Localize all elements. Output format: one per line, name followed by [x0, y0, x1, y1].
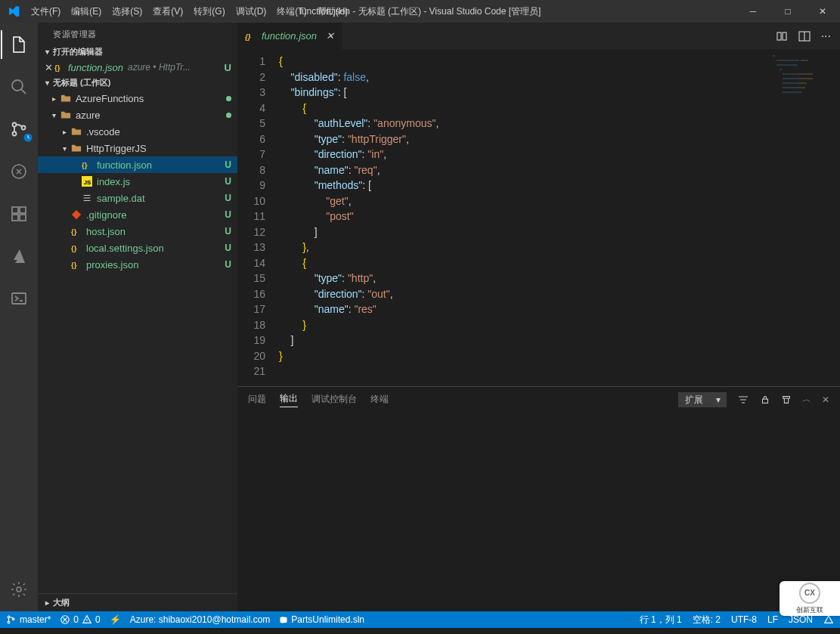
debug-icon[interactable]: [1, 157, 37, 186]
settings-gear-icon[interactable]: [1, 575, 37, 604]
dat-icon: [80, 193, 94, 203]
folder-item[interactable]: ▸.vscode: [38, 123, 237, 140]
svg-text:{}: {}: [71, 227, 77, 236]
svg-rect-20: [777, 32, 781, 40]
svg-point-2: [13, 132, 17, 136]
azure-functions-status[interactable]: ⚡: [110, 614, 121, 625]
panel-tab[interactable]: 调试控制台: [312, 393, 357, 406]
tree-label: sample.dat: [97, 193, 145, 204]
azure-account-status[interactable]: Azure: shibaoxi2010@hotmail.com: [130, 614, 271, 625]
tab-label: function.json: [262, 30, 317, 42]
folder-item[interactable]: ▸AzureFunctions: [38, 90, 237, 107]
feedback-icon[interactable]: [823, 614, 834, 625]
tree-label: proxies.json: [86, 259, 138, 271]
file-item[interactable]: {}proxies.jsonU: [38, 256, 237, 273]
svg-rect-30: [783, 87, 799, 88]
tree-label: AzureFunctions: [76, 93, 144, 104]
open-editors-section[interactable]: ▾打开的编辑器: [38, 45, 237, 59]
file-item[interactable]: JSindex.jsU: [38, 173, 237, 190]
problems-status[interactable]: 0 0: [60, 614, 100, 625]
powershell-icon[interactable]: [1, 284, 37, 313]
clear-icon[interactable]: [781, 394, 792, 405]
svg-text:{}: {}: [245, 32, 251, 40]
close-button[interactable]: ✕: [805, 0, 840, 23]
cursor-position-status[interactable]: 行 1，列 1: [640, 614, 682, 626]
source-control-icon[interactable]: [1, 115, 37, 144]
split-editor-icon[interactable]: [798, 30, 811, 42]
menu-item[interactable]: 转到(G): [189, 5, 229, 18]
svg-rect-23: [773, 55, 775, 57]
search-icon[interactable]: [1, 73, 37, 101]
compare-icon[interactable]: [776, 30, 788, 42]
open-editor-item[interactable]: ✕ {} function.json azure • HttpTr... U: [38, 59, 237, 76]
svg-text:{}: {}: [71, 261, 77, 269]
editor-scrollbar[interactable]: [829, 49, 840, 386]
menu-item[interactable]: 调试(D): [231, 5, 271, 18]
panel-tab[interactable]: 问题: [248, 393, 266, 406]
output-content[interactable]: [237, 412, 840, 611]
panel-tab[interactable]: 终端: [370, 393, 389, 406]
menu-item[interactable]: 文件(F): [26, 5, 65, 18]
git-branch-status[interactable]: master*: [6, 614, 51, 625]
folder-icon: [70, 143, 83, 153]
maximize-button[interactable]: □: [770, 0, 805, 23]
lock-icon[interactable]: [760, 394, 770, 405]
bottom-panel: 问题输出调试控制台终端 扩展 ︿ ✕: [237, 386, 840, 611]
workspace-section[interactable]: ▾无标题 (工作区): [38, 76, 237, 90]
tree-label: host.json: [86, 226, 126, 237]
folder-item[interactable]: ▾HttpTriggerJS: [38, 140, 237, 156]
close-panel-icon[interactable]: ✕: [822, 394, 829, 405]
eol-status[interactable]: LF: [767, 614, 778, 625]
extensions-icon[interactable]: [1, 199, 37, 228]
output-channel-select[interactable]: 扩展: [678, 392, 727, 407]
file-item[interactable]: sample.datU: [38, 190, 237, 206]
svg-rect-25: [776, 64, 798, 66]
tree-label: index.js: [97, 176, 130, 187]
file-item[interactable]: {}host.jsonU: [38, 223, 237, 240]
encoding-status[interactable]: UTF-8: [731, 614, 757, 625]
folder-icon: [59, 93, 73, 104]
svg-text:{}: {}: [71, 244, 77, 252]
svg-point-0: [12, 80, 23, 91]
svg-rect-9: [20, 207, 26, 213]
close-icon[interactable]: ✕: [326, 30, 334, 42]
vscode-logo-icon: [0, 5, 26, 17]
solution-status[interactable]: PartsUnlimited.sln: [279, 614, 364, 625]
git-icon: [70, 209, 83, 220]
svg-point-11: [17, 587, 21, 592]
code-editor[interactable]: 123456789101112131415161718192021 { "dis…: [237, 49, 840, 386]
file-item[interactable]: {}function.jsonU: [38, 156, 237, 173]
azure-icon[interactable]: [1, 242, 37, 271]
file-item[interactable]: .gitignoreU: [38, 206, 237, 223]
sidebar-title: 资源管理器: [38, 23, 237, 45]
tree-label: function.json: [97, 159, 152, 171]
menu-item[interactable]: 选择(S): [107, 5, 147, 18]
line-numbers: 123456789101112131415161718192021: [237, 49, 279, 386]
filter-icon[interactable]: [737, 394, 749, 406]
svg-rect-33: [799, 73, 813, 75]
json-file-icon: {}: [245, 31, 257, 42]
status-bar: master* 0 0 ⚡ Azure: shibaoxi2010@hotmai…: [0, 611, 840, 628]
indentation-status[interactable]: 空格: 2: [693, 614, 721, 626]
menu-item[interactable]: 查看(V): [148, 5, 188, 18]
code-content[interactable]: { "disabled": false, "bindings": [ { "au…: [279, 49, 840, 386]
minimize-button[interactable]: ─: [736, 0, 770, 23]
file-item[interactable]: {}local.settings.jsonU: [38, 240, 237, 256]
more-icon[interactable]: ···: [821, 29, 831, 43]
svg-text:JS: JS: [84, 179, 91, 186]
language-status[interactable]: JSON: [789, 614, 813, 625]
tree-label: azure: [76, 110, 101, 121]
editor-area: {} function.json ✕ ··· 12345678910111213…: [237, 23, 840, 611]
collapse-panel-icon[interactable]: ︿: [802, 393, 811, 406]
close-icon[interactable]: ✕: [42, 62, 54, 73]
menu-item[interactable]: 编辑(E): [67, 5, 106, 18]
json-file-icon: {}: [54, 62, 65, 73]
tree-label: local.settings.json: [86, 243, 164, 254]
outline-section[interactable]: ▸大纲: [38, 593, 237, 611]
tab-function-json[interactable]: {} function.json ✕: [237, 23, 343, 49]
svg-rect-31: [783, 91, 801, 93]
panel-tab[interactable]: 输出: [280, 392, 298, 407]
folder-item[interactable]: ▾azure: [38, 107, 237, 123]
explorer-icon[interactable]: [1, 30, 37, 59]
minimap[interactable]: [769, 54, 829, 152]
